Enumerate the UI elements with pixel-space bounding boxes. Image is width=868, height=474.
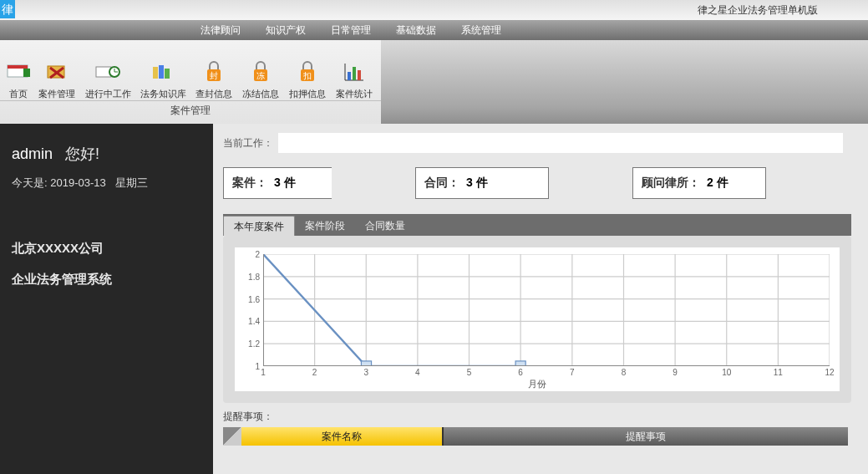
menu-item-system[interactable]: 系统管理 — [461, 23, 501, 38]
tab-year-cases[interactable]: 本年度案件 — [223, 216, 295, 236]
cases-icon — [44, 59, 69, 84]
home-button[interactable]: 首页 — [3, 59, 33, 100]
stats-button[interactable]: 案件统计 — [331, 59, 378, 100]
menu-item-ip[interactable]: 知识产权 — [266, 23, 306, 38]
reminder-section-label: 提醒事项： — [223, 410, 868, 424]
greeting: admin 您好! — [12, 144, 201, 164]
menu-item-legal[interactable]: 法律顾问 — [201, 23, 241, 38]
svg-text:扣: 扣 — [302, 71, 312, 80]
lawkb-label: 法务知识库 — [140, 88, 186, 100]
chart-panel: 2 1.8 1.6 1.4 1.2 1 1 2 3 4 5 6 7 8 9 10… — [223, 236, 851, 403]
svg-rect-10 — [153, 67, 158, 79]
reminder-col-casename[interactable]: 案件名称 — [241, 427, 442, 446]
toolbar-area: 首页 案件管理 进行中工作 法务知识库 封 查封信息 冻 冻结信息 — [0, 40, 868, 124]
left-pane: admin 您好! 今天是: 2019-03-13 星期三 北京XXXXX公司 … — [0, 124, 213, 474]
today-date: 2019-03-13 — [50, 176, 106, 189]
toolbar-group-label: 案件管理 — [0, 100, 381, 122]
tab-case-stage[interactable]: 案件阶段 — [295, 216, 355, 236]
home-label: 首页 — [9, 88, 28, 100]
stat-cases-label: 案件： — [232, 176, 267, 191]
svg-text:冻: 冻 — [256, 71, 265, 80]
system-name: 企业法务管理系统 — [12, 272, 201, 288]
withhold-label: 扣押信息 — [289, 88, 326, 100]
app-title: 律之星企业法务管理单机版 — [698, 3, 818, 18]
seal-label: 查封信息 — [195, 88, 232, 100]
greet-suffix: 您好! — [65, 145, 99, 162]
svg-rect-2 — [23, 69, 30, 77]
stat-firms-label: 顾问律所： — [642, 176, 700, 191]
svg-rect-23 — [358, 70, 361, 80]
svg-rect-1 — [8, 65, 28, 69]
inprogress-button[interactable]: 进行中工作 — [80, 59, 135, 100]
svg-rect-22 — [353, 67, 356, 80]
withhold-icon: 扣 — [295, 59, 320, 84]
tabstrip: 本年度案件 案件阶段 合同数量 — [223, 214, 851, 236]
today-prefix: 今天是: — [12, 176, 48, 189]
seal-icon: 封 — [201, 59, 226, 84]
stat-contracts-value: 3 件 — [466, 176, 488, 191]
freeze-button[interactable]: 冻 冻结信息 — [237, 59, 284, 100]
menubar: 法律顾问 知识产权 日常管理 基础数据 系统管理 — [0, 20, 868, 40]
app-logo: 律 — [0, 0, 15, 18]
toolbar-group: 首页 案件管理 进行中工作 法务知识库 封 查封信息 冻 冻结信息 — [0, 40, 381, 124]
stat-cases-value: 3 件 — [274, 176, 296, 191]
stat-contracts: 合同： 3 件 — [415, 167, 549, 199]
inprogress-icon — [95, 59, 120, 84]
cases-label: 案件管理 — [38, 88, 75, 100]
stat-cases: 案件： 3 件 — [223, 167, 332, 199]
stat-firms: 顾问律所： 2 件 — [632, 167, 766, 199]
today-line: 今天是: 2019-03-13 星期三 — [12, 176, 201, 191]
menu-item-basedata[interactable]: 基础数据 — [396, 23, 436, 38]
stats-row: 案件： 3 件 合同： 3 件 顾问律所： 2 件 — [223, 167, 868, 199]
freeze-label: 冻结信息 — [242, 88, 279, 100]
titlebar: 律 律之星企业法务管理单机版 — [0, 0, 868, 20]
home-icon — [6, 59, 31, 84]
barchart-icon — [342, 59, 367, 84]
chart-y-labels: 2 1.8 1.6 1.4 1.2 1 — [238, 254, 261, 366]
content: admin 您好! 今天是: 2019-03-13 星期三 北京XXXXX公司 … — [0, 124, 868, 474]
svg-rect-11 — [159, 65, 164, 79]
chart-xaxis-title: 月份 — [235, 378, 840, 390]
freeze-icon: 冻 — [248, 59, 273, 84]
stat-contracts-label: 合同： — [424, 176, 459, 191]
current-work-label: 当前工作： — [223, 136, 273, 150]
svg-text:封: 封 — [210, 71, 218, 80]
seal-button[interactable]: 封 查封信息 — [190, 59, 237, 100]
reminder-header: 案件名称 提醒事项 — [223, 427, 848, 446]
tab-contract-qty[interactable]: 合同数量 — [355, 216, 415, 236]
stats-label: 案件统计 — [336, 88, 373, 100]
lawkb-button[interactable]: 法务知识库 — [135, 59, 190, 100]
stat-firms-value: 2 件 — [707, 176, 728, 191]
svg-rect-21 — [348, 72, 351, 80]
inprogress-label: 进行中工作 — [85, 88, 131, 100]
menu-item-daily[interactable]: 日常管理 — [331, 23, 371, 38]
username: admin — [12, 145, 53, 162]
svg-rect-12 — [165, 69, 170, 79]
withhold-button[interactable]: 扣 扣押信息 — [284, 59, 331, 100]
current-work-display — [278, 133, 843, 153]
main-pane: 当前工作： 案件： 3 件 合同： 3 件 顾问律所： 2 件 本年度案件 案件… — [213, 124, 868, 474]
current-work-row: 当前工作： — [223, 132, 868, 154]
company-name: 北京XXXXX公司 — [12, 241, 201, 257]
lawkb-icon — [150, 59, 175, 84]
cases-button[interactable]: 案件管理 — [33, 59, 80, 100]
reminder-selectall-corner[interactable] — [223, 427, 241, 446]
chart-plot — [263, 254, 830, 366]
reminder-col-item[interactable]: 提醒事项 — [444, 427, 848, 446]
today-dow: 星期三 — [115, 176, 148, 189]
